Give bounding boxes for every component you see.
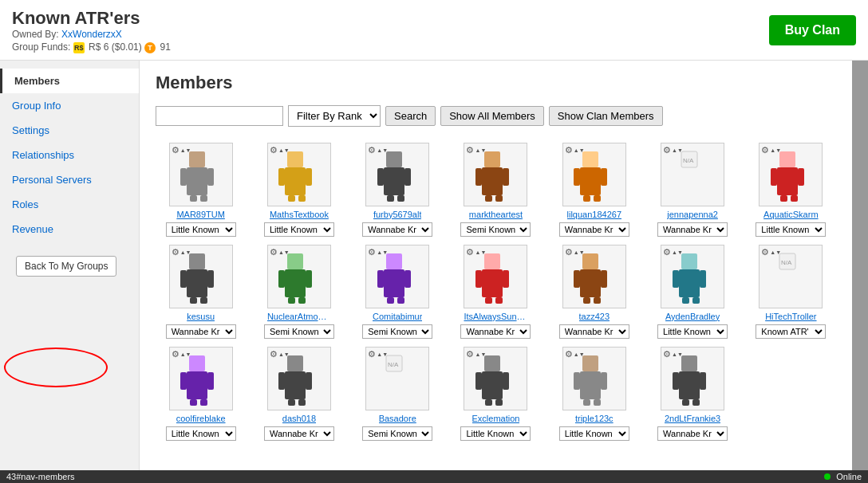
rank-select[interactable]: Little Known Wannabe Kr Semi Known Known… bbox=[756, 222, 826, 237]
search-button[interactable]: Search bbox=[385, 106, 436, 126]
svg-rect-59 bbox=[503, 270, 509, 288]
owner-link[interactable]: XxWonderzxX bbox=[61, 29, 122, 40]
gear-icon[interactable]: ⚙ bbox=[172, 247, 180, 257]
member-name[interactable]: marktheartest bbox=[469, 210, 523, 219]
rank-select[interactable]: Little Known Wannabe Kr Semi Known Known… bbox=[559, 324, 629, 339]
member-avatar-box: ⚙ ▲▼ bbox=[267, 347, 331, 410]
member-name[interactable]: MAR89TUM bbox=[176, 210, 225, 219]
svg-text:N/A: N/A bbox=[781, 259, 792, 266]
gear-icon[interactable]: ⚙ bbox=[466, 349, 474, 359]
member-name[interactable]: 2ndLtFrankie3 bbox=[665, 414, 720, 423]
back-to-groups-button[interactable]: Back To My Groups bbox=[16, 256, 116, 277]
member-name[interactable]: HiTechTroller bbox=[765, 312, 816, 321]
search-input[interactable] bbox=[156, 106, 283, 126]
gear-icon[interactable]: ⚙ bbox=[172, 145, 180, 155]
rank-select[interactable]: Little Known Wannabe Kr Semi Known Known… bbox=[166, 426, 236, 441]
gear-icon[interactable]: ⚙ bbox=[368, 349, 376, 359]
avatar-svg bbox=[277, 351, 321, 406]
member-name[interactable]: tazz423 bbox=[579, 312, 610, 321]
filter-rank-select[interactable]: Filter By Rank Little Known Wannabe Kr S… bbox=[288, 105, 381, 127]
member-name[interactable]: MathsTextbook bbox=[270, 210, 329, 219]
member-avatar-box: ⚙ ▲▼ bbox=[562, 347, 626, 410]
gear-icon[interactable]: ⚙ bbox=[270, 247, 278, 257]
gear-icon[interactable]: ⚙ bbox=[466, 145, 474, 155]
rank-select[interactable]: Little Known Wannabe Kr Semi Known Known… bbox=[362, 426, 432, 441]
rank-select[interactable]: Little Known Wannabe Kr Semi Known Known… bbox=[657, 222, 728, 237]
member-name[interactable]: kesusu bbox=[187, 312, 215, 321]
rank-select[interactable]: Little Known Wannabe Kr Semi Known Known… bbox=[166, 222, 236, 237]
rank-select[interactable]: Little Known Wannabe Kr Semi Known Known… bbox=[559, 222, 629, 237]
gear-icon[interactable]: ⚙ bbox=[565, 145, 573, 155]
rank-select[interactable]: Little Known Wannabe Kr Semi Known Known… bbox=[460, 222, 531, 237]
svg-rect-3 bbox=[207, 168, 214, 186]
rank-select[interactable]: Little Known Wannabe Kr Semi Known Known… bbox=[264, 426, 334, 441]
scrollbar[interactable] bbox=[852, 61, 868, 483]
gear-icon[interactable]: ⚙ bbox=[368, 145, 376, 155]
rank-select[interactable]: Little Known Wannabe Kr Semi Known Known… bbox=[166, 324, 236, 339]
gear-icon[interactable]: ⚙ bbox=[565, 247, 573, 257]
member-name[interactable]: Basadore bbox=[379, 414, 416, 423]
svg-rect-103 bbox=[679, 371, 700, 399]
sort-arrows: ▲▼ bbox=[377, 147, 388, 153]
member-name[interactable]: lilquan184267 bbox=[567, 210, 622, 219]
gear-icon[interactable]: ⚙ bbox=[368, 247, 376, 257]
member-card: ⚙ ▲▼ coolfireblake Little Known Wannabe … bbox=[156, 347, 246, 441]
gear-controls: ⚙ ▲▼ bbox=[565, 145, 585, 155]
member-name[interactable]: NuclearAtmosph bbox=[267, 312, 331, 321]
svg-rect-9 bbox=[306, 168, 312, 186]
svg-rect-4 bbox=[190, 195, 197, 202]
svg-rect-67 bbox=[594, 297, 601, 304]
gear-icon[interactable]: ⚙ bbox=[270, 349, 278, 359]
gear-icon[interactable]: ⚙ bbox=[663, 145, 671, 155]
buy-clan-button[interactable]: Buy Clan bbox=[769, 15, 856, 45]
member-name[interactable]: AquaticSkarm bbox=[763, 210, 818, 219]
gear-icon[interactable]: ⚙ bbox=[761, 247, 769, 257]
sidebar-item-group-info[interactable]: Group Info bbox=[0, 93, 139, 118]
rank-select[interactable]: Little Known Wannabe Kr Semi Known Known… bbox=[264, 324, 334, 339]
member-name[interactable]: coolfireblake bbox=[176, 414, 226, 423]
gear-icon[interactable]: ⚙ bbox=[761, 145, 769, 155]
member-name[interactable]: furby5679alt bbox=[373, 210, 422, 219]
member-avatar-box: ⚙ ▲▼ bbox=[464, 143, 527, 206]
rank-select[interactable]: Little Known Wannabe Kr Semi Known Known… bbox=[362, 324, 432, 339]
rank-select[interactable]: Little Known Wannabe Kr Semi Known Known… bbox=[460, 324, 531, 339]
sidebar-item-personal-servers[interactable]: Personal Servers bbox=[0, 167, 139, 192]
svg-rect-12 bbox=[386, 151, 402, 167]
member-name[interactable]: Comitabimur bbox=[373, 312, 422, 321]
rank-select[interactable]: Little Known Wannabe Kr Semi Known Known… bbox=[657, 324, 728, 339]
sidebar-item-members[interactable]: Members bbox=[0, 69, 139, 93]
member-name[interactable]: Exclemation bbox=[472, 414, 520, 423]
rank-select[interactable]: Little Known Wannabe Kr Semi Known Known… bbox=[657, 426, 728, 441]
svg-rect-34 bbox=[771, 168, 777, 186]
member-name[interactable]: dash018 bbox=[282, 414, 316, 423]
show-all-members-button[interactable]: Show All Members bbox=[440, 106, 544, 126]
show-clan-members-button[interactable]: Show Clan Members bbox=[549, 106, 663, 126]
gear-icon[interactable]: ⚙ bbox=[270, 145, 278, 155]
gear-icon[interactable]: ⚙ bbox=[663, 349, 671, 359]
sidebar-item-revenue[interactable]: Revenue bbox=[0, 217, 139, 242]
svg-rect-47 bbox=[306, 270, 312, 288]
member-name[interactable]: jennapenna2 bbox=[667, 210, 718, 219]
rank-select[interactable]: Little Known Wannabe Kr Semi Known Known… bbox=[756, 324, 826, 339]
sidebar: Members Group Info Settings Relationship… bbox=[0, 61, 140, 483]
member-name[interactable]: ItsAlwaysSunnyIr bbox=[464, 312, 527, 321]
svg-rect-53 bbox=[404, 270, 411, 288]
gear-icon[interactable]: ⚙ bbox=[565, 349, 573, 359]
sidebar-item-roles[interactable]: Roles bbox=[0, 192, 139, 217]
gear-icon[interactable]: ⚙ bbox=[172, 349, 180, 359]
main-layout: Members Group Info Settings Relationship… bbox=[0, 61, 868, 483]
member-name[interactable]: triple123c bbox=[575, 414, 614, 423]
rank-select[interactable]: Little Known Wannabe Kr Semi Known Known… bbox=[264, 222, 334, 237]
avatar-svg bbox=[179, 249, 223, 304]
svg-rect-6 bbox=[287, 151, 303, 167]
sidebar-item-relationships[interactable]: Relationships bbox=[0, 143, 139, 167]
rank-select[interactable]: Little Known Wannabe Kr Semi Known Known… bbox=[559, 426, 629, 441]
header-right: Buy Clan bbox=[769, 15, 856, 45]
gear-icon[interactable]: ⚙ bbox=[466, 247, 474, 257]
rank-select[interactable]: Little Known Wannabe Kr Semi Known Known… bbox=[460, 426, 531, 441]
sidebar-item-settings[interactable]: Settings bbox=[0, 118, 139, 143]
online-label: Online bbox=[836, 472, 862, 481]
member-name[interactable]: AydenBradley bbox=[665, 312, 720, 321]
rank-select[interactable]: Little Known Wannabe Kr Semi Known Known… bbox=[362, 222, 432, 237]
gear-icon[interactable]: ⚙ bbox=[663, 247, 671, 257]
